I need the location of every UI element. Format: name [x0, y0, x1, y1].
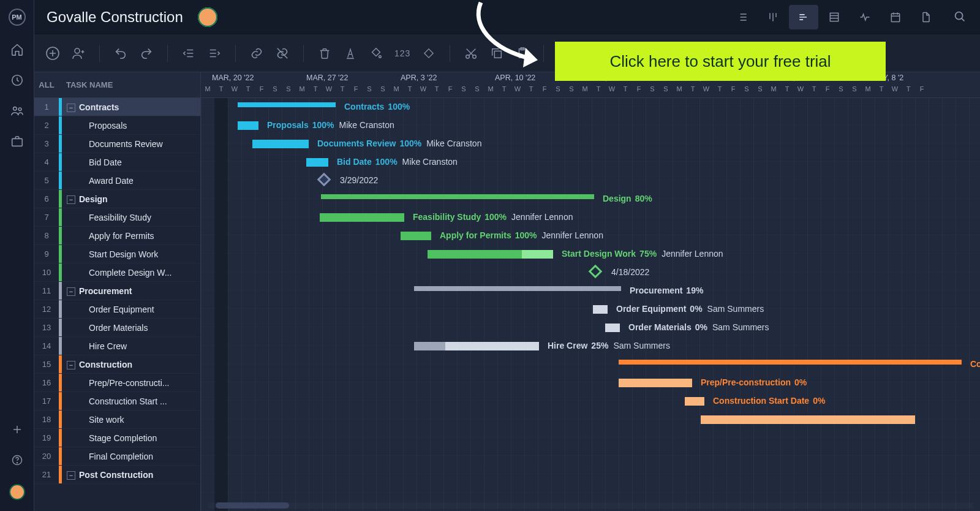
task-row[interactable]: 17Construction Start ... — [34, 392, 200, 411]
add-icon[interactable] — [10, 423, 24, 436]
gantt-bar[interactable] — [414, 286, 621, 291]
copy-icon[interactable] — [489, 46, 504, 61]
gantt-bar[interactable] — [619, 379, 692, 387]
gantt-bar[interactable] — [605, 324, 620, 332]
gantt-row[interactable] — [201, 429, 980, 447]
redo-icon[interactable] — [139, 46, 154, 61]
unlink-icon[interactable] — [275, 46, 290, 61]
sheet-view-icon[interactable] — [820, 5, 849, 29]
column-task-name[interactable]: TASK NAME — [59, 80, 200, 89]
gantt-bar[interactable] — [685, 397, 704, 406]
files-view-icon[interactable] — [911, 5, 941, 29]
task-row[interactable]: 12Order Equipment — [34, 300, 200, 319]
task-row[interactable]: 13Order Materials — [34, 319, 200, 337]
link-icon[interactable] — [249, 46, 264, 61]
fill-color-icon[interactable] — [369, 46, 383, 61]
briefcase-icon[interactable] — [10, 135, 24, 148]
task-row[interactable]: 9Start Design Work — [34, 245, 200, 263]
list-view-icon[interactable] — [728, 5, 757, 29]
task-row[interactable]: 16Prep/Pre-constructi... — [34, 374, 200, 392]
scrollbar-thumb[interactable] — [216, 502, 289, 509]
task-row[interactable]: 2Proposals — [34, 116, 200, 135]
help-icon[interactable] — [10, 453, 24, 467]
gantt-row[interactable]: Construction Start Date0% — [201, 392, 980, 411]
gantt-row[interactable]: Construction — [201, 355, 980, 374]
recent-icon[interactable] — [10, 74, 24, 87]
task-row[interactable]: 1−Contracts — [34, 98, 200, 116]
app-logo-icon[interactable]: PM — [9, 9, 26, 26]
indent-icon[interactable] — [207, 46, 222, 61]
project-owner-avatar[interactable] — [198, 7, 217, 27]
gantt-bar[interactable] — [252, 140, 309, 148]
user-avatar[interactable] — [9, 484, 25, 500]
add-task-icon[interactable] — [45, 46, 60, 61]
gantt-row[interactable]: Apply for Permits100%Jennifer Lennon — [201, 227, 980, 245]
activity-view-icon[interactable] — [850, 5, 880, 29]
collapse-icon[interactable]: − — [67, 471, 75, 480]
search-icon[interactable] — [953, 10, 968, 25]
collapse-icon[interactable]: − — [67, 195, 75, 204]
paste-icon[interactable] — [515, 46, 530, 61]
gantt-row[interactable]: Contracts100% — [201, 98, 980, 116]
delete-icon[interactable] — [317, 46, 332, 61]
collapse-icon[interactable]: − — [67, 104, 75, 112]
horizontal-scrollbar[interactable] — [208, 502, 974, 509]
gantt-row[interactable]: 3/29/2022 — [201, 172, 980, 190]
task-row[interactable]: 8Apply for Permits — [34, 227, 200, 245]
task-row[interactable]: 6−Design — [34, 190, 200, 208]
collapse-icon[interactable]: − — [67, 361, 75, 369]
board-view-icon[interactable] — [758, 5, 788, 29]
gantt-bar[interactable] — [619, 360, 962, 365]
gantt-row[interactable] — [201, 411, 980, 429]
task-row[interactable]: 3Documents Review — [34, 135, 200, 153]
gantt-view-icon[interactable] — [789, 5, 818, 29]
milestone-icon[interactable] — [421, 46, 436, 61]
gantt-bar[interactable] — [238, 102, 336, 107]
gantt-bar[interactable] — [306, 158, 328, 167]
gantt-row[interactable]: Feasibility Study100%Jennifer Lennon — [201, 208, 980, 227]
task-row[interactable]: 14Hire Crew — [34, 337, 200, 355]
gantt-bar[interactable] — [593, 305, 608, 314]
task-row[interactable]: 5Award Date — [34, 172, 200, 190]
number-format[interactable]: 123 — [394, 48, 410, 58]
gantt-row[interactable] — [201, 447, 980, 466]
task-row[interactable]: 15−Construction — [34, 355, 200, 374]
task-row[interactable]: 4Bid Date — [34, 153, 200, 172]
gantt-bar[interactable] — [428, 250, 553, 259]
task-row[interactable]: 21−Post Construction — [34, 466, 200, 484]
gantt-bar[interactable] — [321, 194, 594, 199]
gantt-bar[interactable] — [701, 415, 915, 424]
gantt-row[interactable]: 4/18/2022 — [201, 263, 980, 282]
outdent-icon[interactable] — [181, 46, 196, 61]
free-trial-cta[interactable]: Click here to start your free trial — [555, 42, 886, 81]
gantt-row[interactable]: Design80% — [201, 190, 980, 208]
gantt-row[interactable]: Proposals100%Mike Cranston — [201, 116, 980, 135]
milestone-diamond[interactable] — [589, 265, 603, 279]
task-row[interactable]: 19Stage Completion — [34, 429, 200, 447]
gantt-row[interactable]: Prep/Pre-construction0% — [201, 374, 980, 392]
add-person-icon[interactable] — [71, 46, 86, 61]
collapse-icon[interactable]: − — [67, 287, 75, 296]
gantt-row[interactable]: Order Materials0%Sam Summers — [201, 319, 980, 337]
gantt-chart[interactable]: MAR, 20 '22MAR, 27 '22APR, 3 '22APR, 10 … — [201, 72, 980, 511]
team-icon[interactable] — [10, 104, 24, 118]
gantt-row[interactable]: Bid Date100%Mike Cranston — [201, 153, 980, 172]
task-row[interactable]: 7Feasibility Study — [34, 208, 200, 227]
task-row[interactable]: 11−Procurement — [34, 282, 200, 300]
task-row[interactable]: 10Complete Design W... — [34, 263, 200, 282]
gantt-row[interactable]: Procurement19% — [201, 282, 980, 300]
gantt-row[interactable]: Start Design Work75%Jennifer Lennon — [201, 245, 980, 263]
gantt-bar[interactable] — [414, 342, 539, 350]
cut-icon[interactable] — [464, 46, 478, 61]
gantt-row[interactable]: Documents Review100%Mike Cranston — [201, 135, 980, 153]
gantt-row[interactable] — [201, 466, 980, 484]
gantt-row[interactable]: Hire Crew25%Sam Summers — [201, 337, 980, 355]
home-icon[interactable] — [10, 43, 24, 56]
task-row[interactable]: 20Final Completion — [34, 447, 200, 466]
gantt-bar[interactable] — [401, 232, 431, 240]
task-row[interactable]: 18Site work — [34, 411, 200, 429]
column-all[interactable]: ALL — [34, 80, 59, 89]
undo-icon[interactable] — [113, 46, 128, 61]
text-color-icon[interactable] — [343, 46, 358, 61]
gantt-bar[interactable] — [238, 121, 258, 130]
